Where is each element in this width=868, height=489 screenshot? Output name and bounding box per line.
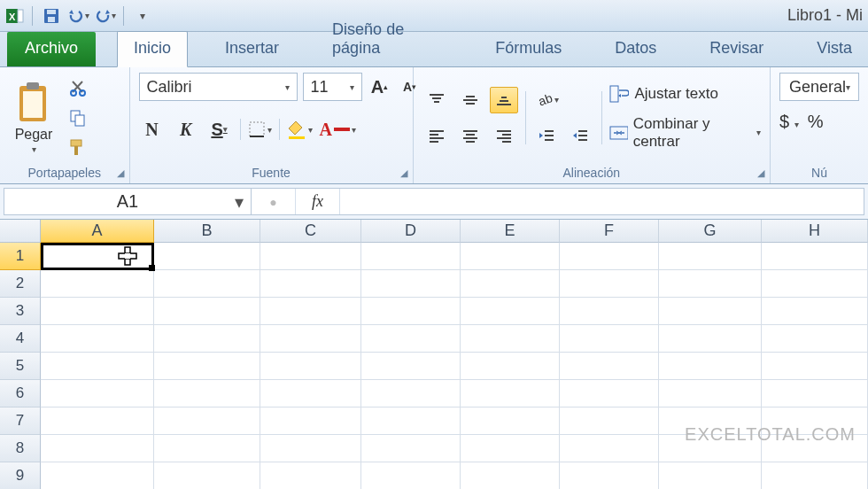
cell-B7[interactable]: [154, 408, 260, 435]
font-launcher[interactable]: ◢: [400, 167, 407, 179]
cell-F6[interactable]: [560, 380, 659, 408]
column-header-E[interactable]: E: [461, 220, 560, 243]
row-header-9[interactable]: 9: [0, 462, 41, 489]
underline-button[interactable]: S▾: [206, 117, 233, 142]
cell-D6[interactable]: [361, 380, 461, 408]
cell-F3[interactable]: [560, 298, 659, 325]
alignment-launcher[interactable]: ◢: [757, 167, 764, 179]
cell-C7[interactable]: [260, 408, 361, 435]
paste-button[interactable]: Pegar ▾: [9, 81, 58, 154]
cell-C5[interactable]: [260, 353, 361, 380]
cell-C4[interactable]: [260, 325, 361, 353]
grow-font-button[interactable]: A▴: [368, 74, 392, 100]
cell-G4[interactable]: [659, 325, 762, 353]
cell-G5[interactable]: [659, 353, 762, 380]
cell-C9[interactable]: [260, 462, 361, 489]
cell-F7[interactable]: [560, 408, 659, 435]
cell-E3[interactable]: [461, 298, 560, 325]
fill-color-button[interactable]: ▾: [287, 120, 313, 139]
align-center-button[interactable]: [456, 122, 484, 149]
cell-C6[interactable]: [260, 380, 361, 408]
cell-F2[interactable]: [560, 270, 659, 298]
tab-insert[interactable]: Insertar: [209, 32, 295, 66]
accounting-format-button[interactable]: $ ▾: [779, 112, 799, 132]
cell-G1[interactable]: [659, 243, 762, 270]
cell-F1[interactable]: [560, 243, 659, 270]
font-name-combo[interactable]: Calibri▾: [139, 73, 298, 101]
cell-B6[interactable]: [154, 380, 260, 408]
orientation-button[interactable]: ab▾: [532, 87, 561, 113]
insert-function-button[interactable]: fx: [296, 189, 340, 214]
clipboard-launcher[interactable]: ◢: [117, 167, 124, 179]
cell-C3[interactable]: [260, 298, 361, 325]
cell-B8[interactable]: [154, 435, 260, 462]
italic-button[interactable]: K: [173, 117, 199, 142]
column-header-G[interactable]: G: [659, 220, 762, 243]
copy-button[interactable]: [66, 105, 90, 130]
cell-B5[interactable]: [154, 353, 260, 380]
cell-C1[interactable]: [260, 243, 361, 270]
tab-review[interactable]: Revisar: [694, 32, 779, 66]
column-header-D[interactable]: D: [361, 220, 461, 243]
decrease-indent-button[interactable]: [532, 122, 561, 149]
row-header-4[interactable]: 4: [0, 325, 41, 353]
cell-E9[interactable]: [461, 462, 560, 489]
cell-G2[interactable]: [659, 270, 762, 298]
format-painter-button[interactable]: [66, 136, 90, 160]
merge-center-button[interactable]: Combinar y centrar▾: [609, 115, 761, 151]
cell-H9[interactable]: [762, 462, 868, 489]
increase-indent-button[interactable]: [566, 122, 594, 149]
cell-H1[interactable]: [762, 243, 868, 270]
save-button[interactable]: [40, 4, 63, 27]
cell-H4[interactable]: [762, 325, 868, 353]
tab-formulas[interactable]: Fórmulas: [479, 32, 577, 66]
row-header-8[interactable]: 8: [0, 435, 41, 462]
cell-E2[interactable]: [461, 270, 560, 298]
cell-B9[interactable]: [154, 462, 260, 489]
cut-button[interactable]: [66, 75, 90, 100]
cell-G3[interactable]: [659, 298, 762, 325]
cell-H6[interactable]: [762, 380, 868, 408]
column-header-H[interactable]: H: [762, 220, 868, 243]
column-header-C[interactable]: C: [260, 220, 361, 243]
bold-button[interactable]: N: [139, 117, 166, 142]
undo-button[interactable]: ▾: [66, 4, 89, 27]
cell-F8[interactable]: [560, 435, 659, 462]
cell-A1[interactable]: [41, 243, 154, 270]
cell-E6[interactable]: [461, 380, 560, 408]
row-header-5[interactable]: 5: [0, 353, 41, 380]
row-header-3[interactable]: 3: [0, 298, 41, 325]
tab-view[interactable]: Vista: [801, 32, 868, 66]
cell-E7[interactable]: [461, 408, 560, 435]
qat-customize-button[interactable]: ▾: [131, 4, 154, 27]
row-header-7[interactable]: 7: [0, 408, 41, 435]
borders-button[interactable]: ▾: [248, 120, 272, 138]
select-all-corner[interactable]: [0, 220, 41, 243]
cell-A8[interactable]: [41, 435, 154, 462]
tab-file[interactable]: Archivo: [7, 32, 96, 66]
column-header-B[interactable]: B: [154, 220, 260, 243]
cell-G9[interactable]: [659, 462, 762, 489]
cell-A5[interactable]: [41, 353, 154, 380]
row-header-6[interactable]: 6: [0, 380, 41, 408]
cell-D3[interactable]: [361, 298, 461, 325]
cell-D1[interactable]: [361, 243, 461, 270]
cell-D9[interactable]: [361, 462, 461, 489]
cell-A7[interactable]: [41, 408, 154, 435]
cell-A6[interactable]: [41, 380, 154, 408]
align-middle-button[interactable]: [456, 87, 484, 113]
cell-B1[interactable]: [154, 243, 260, 270]
percent-format-button[interactable]: %: [808, 112, 824, 132]
align-bottom-button[interactable]: [490, 87, 518, 113]
cell-B3[interactable]: [154, 298, 260, 325]
redo-button[interactable]: ▾: [93, 4, 116, 27]
cell-A9[interactable]: [41, 462, 154, 489]
cancel-formula-button[interactable]: ●: [252, 189, 296, 214]
cell-C2[interactable]: [260, 270, 361, 298]
row-header-2[interactable]: 2: [0, 270, 41, 298]
cell-B2[interactable]: [154, 270, 260, 298]
name-box[interactable]: A1▾: [4, 188, 252, 215]
cell-E1[interactable]: [461, 243, 560, 270]
cell-F9[interactable]: [560, 462, 659, 489]
cell-F5[interactable]: [560, 353, 659, 380]
